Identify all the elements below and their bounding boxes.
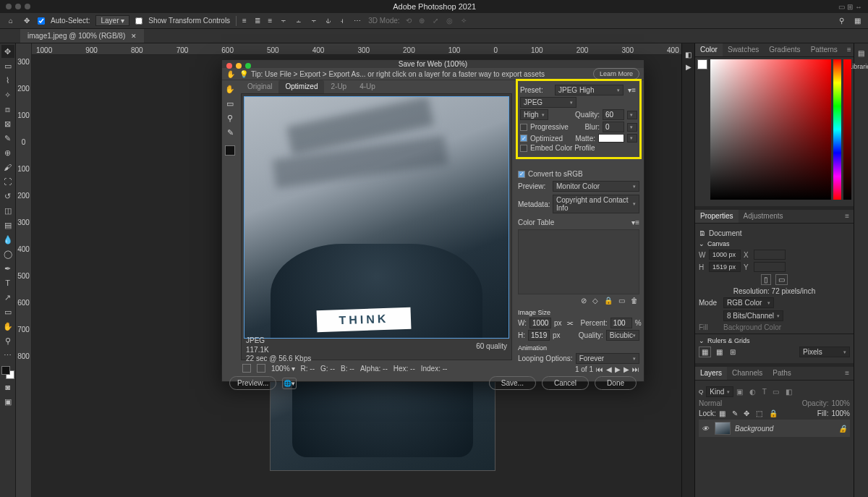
tab-color[interactable]: Color	[695, 43, 723, 56]
frame-tool[interactable]: ⊠	[1, 117, 14, 130]
fg-swatch[interactable]	[1, 366, 10, 375]
screenmode-tool[interactable]: ▣	[1, 395, 14, 408]
optimized-checkbox[interactable]	[520, 135, 527, 142]
landscape-icon[interactable]: ▭	[775, 274, 788, 285]
opacity-value[interactable]: 100%	[831, 399, 850, 407]
quality-dropdown[interactable]	[627, 111, 637, 119]
auto-select-checkbox[interactable]	[38, 17, 45, 25]
alpha-slider[interactable]	[843, 59, 851, 200]
browser-preview-icon[interactable]: 🌐▾	[282, 378, 297, 389]
tab-layers[interactable]: Layers	[695, 367, 727, 380]
more-icon[interactable]: ⋯	[352, 16, 362, 26]
ct-icon[interactable]: 🔒	[604, 297, 613, 305]
move-tool[interactable]: ✥	[1, 45, 14, 58]
convert-srgb-checkbox[interactable]	[518, 171, 525, 178]
kind-select[interactable]: Kind	[706, 386, 733, 397]
panel-menu-icon[interactable]: ≡	[841, 367, 854, 380]
learn-more-button[interactable]: Learn More	[593, 68, 639, 80]
brush-tool[interactable]: 🖌	[1, 161, 14, 174]
hue-slider[interactable]	[833, 59, 841, 200]
dialog-color-swatch[interactable]	[225, 145, 235, 156]
ct-icon[interactable]: ⊘	[581, 297, 587, 305]
filter-icons[interactable]: ▣ ◐ T ▭ ◧	[736, 388, 794, 396]
quickmask-tool[interactable]: ◙	[1, 381, 14, 394]
heal-tool[interactable]: ⊕	[1, 146, 14, 159]
preview-area[interactable]: THINK JPEG 117.1K 22 sec @ 56.6 Kbps 60 …	[241, 93, 512, 360]
marquee-tool[interactable]: ▭	[1, 59, 14, 72]
ruler-icon[interactable]: ▦	[699, 347, 711, 357]
dialog-titlebar[interactable]: Save for Web (100%)	[222, 60, 644, 68]
rulers-section-heading[interactable]: Rulers & Grids	[699, 337, 850, 344]
layer-row[interactable]: 👁 Background 🔒	[699, 420, 850, 437]
matte-dropdown[interactable]	[627, 134, 637, 143]
resample-select[interactable]: Bicubic	[606, 330, 639, 341]
dialog-slice-tool[interactable]: ▭	[224, 98, 236, 109]
libraries-icon[interactable]: ▤	[858, 49, 864, 57]
color-field[interactable]	[710, 59, 831, 200]
ruler-unit-select[interactable]: Pixels	[799, 347, 850, 357]
depth-select[interactable]: 8 Bits/Channel	[723, 310, 783, 321]
gradient-tool[interactable]: ▤	[1, 218, 14, 231]
home-icon[interactable]: ⌂	[6, 16, 16, 26]
wand-tool[interactable]: ✧	[1, 88, 14, 101]
toggle-slices-icon[interactable]	[242, 364, 251, 373]
path-tool[interactable]: ↗	[1, 291, 14, 304]
crop-tool[interactable]: ⧈	[1, 103, 14, 116]
blur-tool[interactable]: 💧	[1, 233, 14, 246]
close-dot[interactable]	[6, 4, 12, 9]
dialog-eyedropper-tool[interactable]: ✎	[224, 127, 236, 138]
tab-original[interactable]: Original	[241, 80, 278, 93]
tab-gradients[interactable]: Gradients	[764, 43, 805, 56]
quality-input[interactable]	[603, 109, 624, 120]
canvas-width-input[interactable]	[709, 250, 741, 260]
color-table-menu-icon[interactable]: ▾≡	[631, 218, 639, 226]
dialog-close-dot[interactable]	[226, 63, 232, 69]
hand-tool[interactable]: ✋	[1, 320, 14, 333]
show-transform-checkbox[interactable]	[135, 17, 142, 25]
dialog-zoom-tool[interactable]: ⚲	[224, 112, 236, 124]
metadata-select[interactable]: Copyright and Contact Info	[553, 195, 639, 213]
dialog-max-dot[interactable]	[245, 63, 251, 69]
max-dot[interactable]	[25, 4, 30, 9]
edit-toolbar[interactable]: ⋯	[1, 349, 14, 362]
preview-image[interactable]: THINK	[244, 97, 509, 338]
toggle-slices2-icon[interactable]	[257, 364, 265, 373]
dodge-tool[interactable]: ◯	[1, 247, 14, 260]
collapsed-icon-1[interactable]: ◧	[685, 51, 692, 59]
auto-select-scope[interactable]: Layer ▾	[95, 15, 129, 26]
embed-profile-checkbox[interactable]	[520, 145, 527, 152]
tab-adjustments[interactable]: Adjustments	[739, 210, 788, 223]
blend-mode[interactable]: Normal	[699, 399, 722, 407]
save-button[interactable]: Save...	[489, 376, 536, 390]
tab-4up[interactable]: 4-Up	[353, 80, 382, 93]
eraser-tool[interactable]: ◫	[1, 204, 14, 217]
tab-channels[interactable]: Channels	[727, 367, 767, 380]
portrait-icon[interactable]: ▯	[761, 274, 771, 285]
ct-icon[interactable]: ▭	[618, 297, 625, 305]
tab-patterns[interactable]: Patterns	[806, 43, 843, 56]
guides-icon[interactable]: ⊞	[728, 347, 738, 357]
percent-input[interactable]	[610, 318, 632, 328]
tab-paths[interactable]: Paths	[767, 367, 796, 380]
tab-properties[interactable]: Properties	[695, 210, 739, 223]
lock-icon[interactable]: 🔒	[838, 425, 847, 433]
color-table[interactable]	[518, 229, 639, 294]
dialog-hand-tool[interactable]: ✋	[224, 83, 236, 95]
document-tab[interactable]: image1.jpeg @ 100% (RGB/8) ✕	[20, 29, 144, 43]
pen-tool[interactable]: ✒	[1, 262, 14, 275]
grid-icon[interactable]: ▦	[714, 347, 725, 357]
min-dot[interactable]	[15, 4, 21, 9]
format-select[interactable]: JPEG	[520, 97, 576, 108]
canvas-height-input[interactable]	[709, 262, 741, 272]
traffic-lights[interactable]	[6, 4, 30, 9]
image-height-input[interactable]	[528, 330, 550, 341]
layer-name[interactable]: Background	[735, 425, 773, 433]
fg-bg-swatches[interactable]	[1, 366, 14, 379]
blur-input[interactable]	[603, 122, 624, 132]
preview-button[interactable]: Preview...	[229, 376, 276, 390]
matte-swatch[interactable]	[598, 134, 624, 143]
panel-menu-icon[interactable]: ≡	[841, 210, 854, 223]
progressive-checkbox[interactable]	[520, 124, 527, 131]
workspace-icon[interactable]: ▦	[852, 16, 862, 26]
preset-select[interactable]: JPEG High	[555, 85, 624, 95]
